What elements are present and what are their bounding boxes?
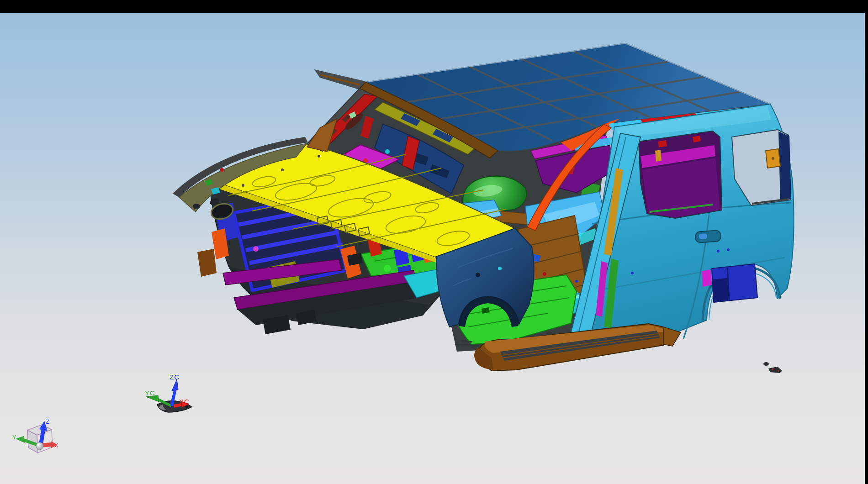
bracket-hole [772, 157, 774, 160]
bolt-dot [717, 250, 720, 253]
fender-hole [193, 204, 200, 209]
hood-bolt [242, 184, 244, 187]
bit-red [220, 168, 224, 172]
view-orientation-triad[interactable]: Z Y X [12, 418, 58, 453]
wcs-label-xc: XC [179, 398, 190, 405]
bolt-dot [727, 248, 730, 251]
fender-dot [476, 273, 480, 277]
fascia-brown-patch [197, 249, 217, 277]
debris-dot-red [772, 368, 773, 370]
bolt-dot [575, 280, 578, 283]
cad-application-window: ZC YC XC Z Y [0, 0, 868, 484]
view-label-x: X [54, 442, 58, 449]
arch-magenta-patch [702, 269, 712, 287]
fender-dot-cyan [498, 267, 502, 270]
hood-bolt [318, 155, 320, 158]
wcs-label-yc: YC [145, 389, 155, 397]
hood-bolt [281, 168, 284, 171]
door-handle-recess[interactable] [695, 230, 721, 243]
view-label-y: Y [12, 434, 16, 441]
window-top-bar [0, 0, 868, 13]
wcs-triad[interactable]: ZC YC XC [145, 373, 192, 412]
window-right-bar [865, 0, 868, 484]
fitting-green [384, 265, 391, 272]
view-origin-sphere [36, 442, 43, 450]
debris-fragment[interactable] [763, 362, 782, 373]
fascia-magenta-dot [253, 246, 259, 252]
arch-insert-dark [713, 278, 728, 302]
cyan-fitting [385, 149, 390, 154]
floor-mark-red [543, 272, 546, 276]
window-gold-bit [655, 150, 662, 162]
view-label-z: Z [46, 418, 49, 425]
debris-dot-red [778, 370, 779, 372]
wcs-label-zc: ZC [169, 373, 180, 381]
bolt-dot [631, 272, 634, 274]
graphics-canvas[interactable]: ZC YC XC Z Y [0, 0, 868, 484]
handle-glint [699, 233, 708, 239]
car-body-model[interactable] [173, 43, 794, 373]
